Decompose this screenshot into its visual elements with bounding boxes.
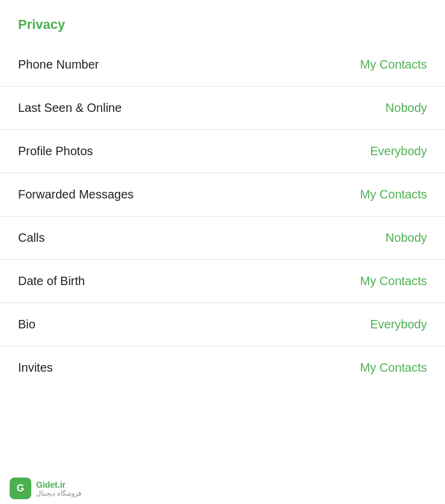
watermark-name: Gidet.ir [36,480,81,490]
watermark: G Gidet.ir فروشگاه دیجیتال [0,473,445,504]
item-label-4: Calls [18,231,44,245]
settings-item-1[interactable]: Last Seen & OnlineNobody [0,87,445,130]
item-label-5: Date of Birth [18,274,85,288]
item-value-5: My Contacts [360,274,427,288]
item-value-6: Everybody [370,318,428,331]
item-label-6: Bio [18,318,35,331]
item-value-4: Nobody [385,231,427,245]
item-value-7: My Contacts [360,361,427,375]
settings-item-2[interactable]: Profile PhotosEverybody [0,130,445,173]
item-label-2: Profile Photos [18,144,93,158]
section-title: Privacy [0,0,445,43]
settings-item-5[interactable]: Date of BirthMy Contacts [0,260,445,303]
watermark-logo: G [10,478,31,499]
watermark-tagline: فروشگاه دیجیتال [36,490,81,497]
item-value-3: My Contacts [360,188,427,201]
item-value-2: Everybody [370,144,428,158]
settings-item-6[interactable]: BioEverybody [0,303,445,346]
item-label-0: Phone Number [18,58,99,72]
watermark-info: Gidet.ir فروشگاه دیجیتال [36,480,81,497]
item-label-3: Forwarded Messages [18,188,134,201]
item-value-1: Nobody [385,101,427,115]
item-label-1: Last Seen & Online [18,101,121,115]
settings-item-3[interactable]: Forwarded MessagesMy Contacts [0,173,445,217]
page-container: Privacy Phone NumberMy ContactsLast Seen… [0,0,445,504]
settings-item-7[interactable]: InvitesMy Contacts [0,346,445,389]
item-label-7: Invites [18,361,53,375]
settings-list: Phone NumberMy ContactsLast Seen & Onlin… [0,43,445,389]
item-value-0: My Contacts [360,58,427,72]
settings-item-4[interactable]: CallsNobody [0,217,445,260]
settings-item-0[interactable]: Phone NumberMy Contacts [0,43,445,87]
